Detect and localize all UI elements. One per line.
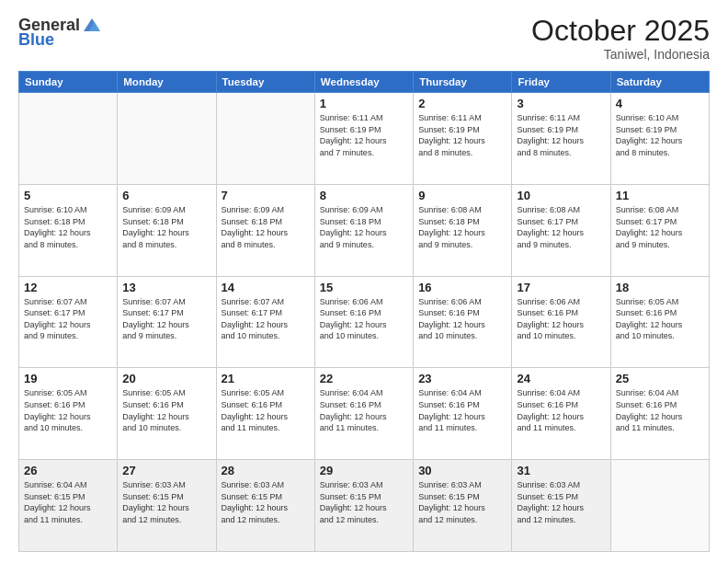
calendar-cell: 1Sunrise: 6:11 AM Sunset: 6:19 PM Daylig… [314, 93, 413, 185]
day-info: Sunrise: 6:04 AM Sunset: 6:16 PM Dayligh… [418, 387, 506, 433]
day-number: 5 [24, 189, 112, 202]
day-number: 29 [320, 464, 408, 477]
day-number: 10 [517, 189, 605, 202]
day-info: Sunrise: 6:10 AM Sunset: 6:18 PM Dayligh… [24, 204, 112, 250]
day-info: Sunrise: 6:04 AM Sunset: 6:15 PM Dayligh… [24, 479, 112, 525]
header-tuesday: Tuesday [216, 72, 314, 93]
calendar-cell: 2Sunrise: 6:11 AM Sunset: 6:19 PM Daylig… [414, 93, 512, 185]
calendar-cell: 27Sunrise: 6:03 AM Sunset: 6:15 PM Dayli… [118, 460, 216, 552]
day-info: Sunrise: 6:09 AM Sunset: 6:18 PM Dayligh… [122, 204, 210, 250]
header-monday: Monday [118, 72, 216, 93]
header-wednesday: Wednesday [314, 72, 413, 93]
header-friday: Friday [512, 72, 610, 93]
calendar-cell: 4Sunrise: 6:10 AM Sunset: 6:19 PM Daylig… [610, 93, 709, 185]
logo-icon [82, 15, 102, 35]
logo-blue: Blue [18, 31, 54, 48]
calendar-week-4: 19Sunrise: 6:05 AM Sunset: 6:16 PM Dayli… [19, 368, 710, 460]
day-number: 8 [320, 189, 408, 202]
calendar-cell: 7Sunrise: 6:09 AM Sunset: 6:18 PM Daylig… [216, 184, 314, 276]
header-saturday: Saturday [610, 72, 709, 93]
day-info: Sunrise: 6:05 AM Sunset: 6:16 PM Dayligh… [222, 387, 310, 433]
day-info: Sunrise: 6:07 AM Sunset: 6:17 PM Dayligh… [122, 296, 210, 342]
day-info: Sunrise: 6:08 AM Sunset: 6:17 PM Dayligh… [616, 204, 704, 250]
calendar-cell: 14Sunrise: 6:07 AM Sunset: 6:17 PM Dayli… [216, 276, 314, 368]
day-info: Sunrise: 6:03 AM Sunset: 6:15 PM Dayligh… [418, 479, 506, 525]
calendar-cell: 13Sunrise: 6:07 AM Sunset: 6:17 PM Dayli… [118, 276, 216, 368]
day-info: Sunrise: 6:03 AM Sunset: 6:15 PM Dayligh… [320, 479, 408, 525]
day-number: 23 [418, 372, 506, 385]
calendar-cell: 26Sunrise: 6:04 AM Sunset: 6:15 PM Dayli… [19, 460, 118, 552]
day-info: Sunrise: 6:09 AM Sunset: 6:18 PM Dayligh… [320, 204, 408, 250]
day-number: 20 [122, 372, 210, 385]
calendar-cell: 18Sunrise: 6:05 AM Sunset: 6:16 PM Dayli… [610, 276, 709, 368]
day-info: Sunrise: 6:03 AM Sunset: 6:15 PM Dayligh… [517, 479, 605, 525]
logo: General Blue [18, 15, 102, 48]
calendar-cell: 21Sunrise: 6:05 AM Sunset: 6:16 PM Dayli… [216, 368, 314, 460]
day-number: 7 [222, 189, 310, 202]
day-number: 26 [24, 464, 112, 477]
day-info: Sunrise: 6:08 AM Sunset: 6:17 PM Dayligh… [517, 204, 605, 250]
calendar-cell: 9Sunrise: 6:08 AM Sunset: 6:18 PM Daylig… [414, 184, 512, 276]
day-number: 11 [616, 189, 704, 202]
day-info: Sunrise: 6:11 AM Sunset: 6:19 PM Dayligh… [517, 112, 605, 158]
day-number: 31 [517, 464, 605, 477]
calendar-cell: 10Sunrise: 6:08 AM Sunset: 6:17 PM Dayli… [512, 184, 610, 276]
header-sunday: Sunday [19, 72, 118, 93]
day-number: 19 [24, 372, 112, 385]
day-info: Sunrise: 6:03 AM Sunset: 6:15 PM Dayligh… [222, 479, 310, 525]
day-info: Sunrise: 6:05 AM Sunset: 6:16 PM Dayligh… [122, 387, 210, 433]
day-info: Sunrise: 6:11 AM Sunset: 6:19 PM Dayligh… [418, 112, 506, 158]
day-number: 21 [222, 372, 310, 385]
title-block: October 2025 Taniwel, Indonesia [531, 15, 710, 62]
calendar-cell: 23Sunrise: 6:04 AM Sunset: 6:16 PM Dayli… [414, 368, 512, 460]
day-info: Sunrise: 6:06 AM Sunset: 6:16 PM Dayligh… [418, 296, 506, 342]
header: General Blue October 2025 Taniwel, Indon… [18, 15, 710, 62]
day-info: Sunrise: 6:04 AM Sunset: 6:16 PM Dayligh… [517, 387, 605, 433]
calendar: Sunday Monday Tuesday Wednesday Thursday… [18, 71, 710, 552]
day-number: 6 [122, 189, 210, 202]
calendar-cell: 22Sunrise: 6:04 AM Sunset: 6:16 PM Dayli… [314, 368, 413, 460]
day-number: 22 [320, 372, 408, 385]
calendar-cell: 17Sunrise: 6:06 AM Sunset: 6:16 PM Dayli… [512, 276, 610, 368]
day-number: 13 [122, 281, 210, 294]
day-info: Sunrise: 6:10 AM Sunset: 6:19 PM Dayligh… [616, 112, 704, 158]
calendar-cell: 15Sunrise: 6:06 AM Sunset: 6:16 PM Dayli… [314, 276, 413, 368]
calendar-cell: 6Sunrise: 6:09 AM Sunset: 6:18 PM Daylig… [118, 184, 216, 276]
calendar-cell [118, 93, 216, 185]
calendar-cell: 31Sunrise: 6:03 AM Sunset: 6:15 PM Dayli… [512, 460, 610, 552]
day-number: 1 [320, 97, 408, 110]
day-info: Sunrise: 6:06 AM Sunset: 6:16 PM Dayligh… [320, 296, 408, 342]
day-number: 28 [222, 464, 310, 477]
calendar-cell [216, 93, 314, 185]
page: General Blue October 2025 Taniwel, Indon… [0, 0, 728, 563]
calendar-cell: 28Sunrise: 6:03 AM Sunset: 6:15 PM Dayli… [216, 460, 314, 552]
day-info: Sunrise: 6:07 AM Sunset: 6:17 PM Dayligh… [24, 296, 112, 342]
calendar-cell: 30Sunrise: 6:03 AM Sunset: 6:15 PM Dayli… [414, 460, 512, 552]
calendar-cell: 11Sunrise: 6:08 AM Sunset: 6:17 PM Dayli… [610, 184, 709, 276]
calendar-week-5: 26Sunrise: 6:04 AM Sunset: 6:15 PM Dayli… [19, 460, 710, 552]
day-number: 9 [418, 189, 506, 202]
calendar-cell: 24Sunrise: 6:04 AM Sunset: 6:16 PM Dayli… [512, 368, 610, 460]
day-number: 24 [517, 372, 605, 385]
day-info: Sunrise: 6:04 AM Sunset: 6:16 PM Dayligh… [616, 387, 704, 433]
calendar-cell: 19Sunrise: 6:05 AM Sunset: 6:16 PM Dayli… [19, 368, 118, 460]
calendar-week-2: 5Sunrise: 6:10 AM Sunset: 6:18 PM Daylig… [19, 184, 710, 276]
calendar-cell [19, 93, 118, 185]
location-title: Taniwel, Indonesia [531, 47, 710, 62]
month-title: October 2025 [531, 15, 710, 47]
day-info: Sunrise: 6:06 AM Sunset: 6:16 PM Dayligh… [517, 296, 605, 342]
calendar-week-3: 12Sunrise: 6:07 AM Sunset: 6:17 PM Dayli… [19, 276, 710, 368]
day-info: Sunrise: 6:03 AM Sunset: 6:15 PM Dayligh… [122, 479, 210, 525]
day-number: 14 [222, 281, 310, 294]
day-info: Sunrise: 6:09 AM Sunset: 6:18 PM Dayligh… [222, 204, 310, 250]
day-number: 27 [122, 464, 210, 477]
day-number: 25 [616, 372, 704, 385]
day-info: Sunrise: 6:05 AM Sunset: 6:16 PM Dayligh… [24, 387, 112, 433]
weekday-header-row: Sunday Monday Tuesday Wednesday Thursday… [19, 72, 710, 93]
header-thursday: Thursday [414, 72, 512, 93]
day-info: Sunrise: 6:07 AM Sunset: 6:17 PM Dayligh… [222, 296, 310, 342]
day-number: 16 [418, 281, 506, 294]
day-number: 15 [320, 281, 408, 294]
calendar-cell: 8Sunrise: 6:09 AM Sunset: 6:18 PM Daylig… [314, 184, 413, 276]
calendar-cell: 12Sunrise: 6:07 AM Sunset: 6:17 PM Dayli… [19, 276, 118, 368]
